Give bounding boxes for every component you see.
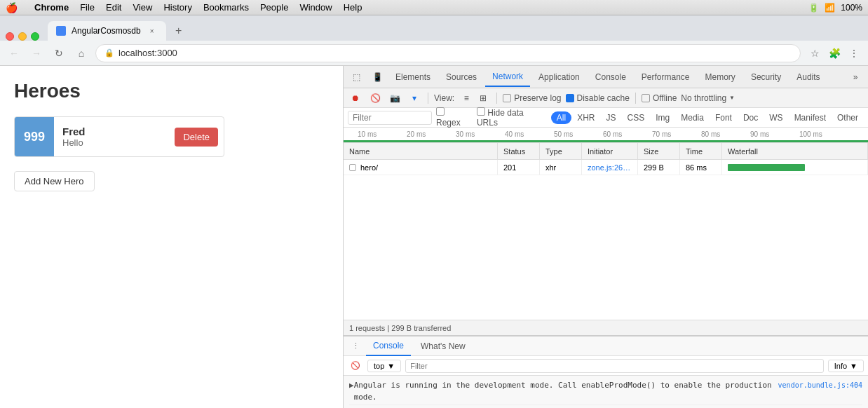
offline-checkbox[interactable] xyxy=(642,94,650,102)
col-header-name[interactable]: Name xyxy=(344,143,498,159)
console-scope-dropdown[interactable]: top ▼ xyxy=(367,360,401,372)
tab-audits[interactable]: Audits xyxy=(789,67,827,87)
menu-chrome[interactable]: Chrome xyxy=(34,2,69,13)
preserve-log-toggle[interactable]: Preserve log xyxy=(503,93,561,103)
url-bar[interactable]: 🔒 localhost:3000 xyxy=(95,44,801,62)
extension-icon[interactable]: 🧩 xyxy=(826,45,843,62)
delete-hero-button[interactable]: Delete xyxy=(175,128,218,147)
timeline-tick-30: 30 ms xyxy=(456,130,475,138)
filter-ws[interactable]: WS xyxy=(764,111,788,124)
preserve-log-checkbox[interactable] xyxy=(503,94,511,102)
timeline-tick-10: 10 ms xyxy=(358,130,377,138)
network-timeline: 10 ms 20 ms 30 ms 40 ms 50 ms 60 ms 70 m… xyxy=(344,128,868,143)
row-checkbox[interactable] xyxy=(349,164,356,171)
cell-name: hero/ xyxy=(344,160,498,175)
console-tab[interactable]: Console xyxy=(366,336,411,356)
col-header-waterfall[interactable]: Waterfall xyxy=(722,143,868,159)
menu-view[interactable]: View xyxy=(133,2,152,13)
settings-button[interactable]: ⋮ xyxy=(846,45,862,62)
menu-edit[interactable]: Edit xyxy=(106,2,121,13)
col-header-initiator[interactable]: Initiator xyxy=(582,143,638,159)
devtools-inspect-button[interactable]: ⬚ xyxy=(346,67,366,87)
col-header-status[interactable]: Status xyxy=(498,143,540,159)
tab-network[interactable]: Network xyxy=(485,67,530,87)
minimize-window-button[interactable] xyxy=(18,32,27,41)
filter-css[interactable]: CSS xyxy=(622,111,651,124)
tab-close-button[interactable]: × xyxy=(147,25,158,36)
tab-application[interactable]: Application xyxy=(531,67,587,87)
close-window-button[interactable] xyxy=(6,32,14,41)
filter-font[interactable]: Font xyxy=(710,111,738,124)
console-message-source[interactable]: vendor.bundle.js:404 xyxy=(778,380,862,403)
menu-window[interactable]: Window xyxy=(299,2,332,13)
cell-initiator[interactable]: zone.js:26… xyxy=(582,160,638,175)
wifi-icon: 📶 xyxy=(825,3,835,13)
table-row[interactable]: hero/ 201 xhr zone.js:26… 299 B 86 ms xyxy=(344,160,868,175)
menu-help[interactable]: Help xyxy=(344,2,362,13)
console-clear-button[interactable]: 🚫 xyxy=(348,358,363,374)
home-button[interactable]: ⌂ xyxy=(73,45,90,62)
throttle-label: No throttling xyxy=(681,93,726,103)
console-level-dropdown[interactable]: Info ▼ xyxy=(828,360,864,372)
network-filter-input[interactable] xyxy=(348,111,432,125)
menu-history[interactable]: History xyxy=(163,2,191,13)
reload-button[interactable]: ↻ xyxy=(50,45,67,62)
back-button[interactable]: ← xyxy=(6,45,22,62)
tab-elements[interactable]: Elements xyxy=(388,67,438,87)
list-view-button[interactable]: ≡ xyxy=(459,90,474,106)
hide-data-urls-checkbox[interactable] xyxy=(477,107,485,116)
group-view-button[interactable]: ⊞ xyxy=(475,90,491,106)
filter-button[interactable]: ▾ xyxy=(407,90,422,106)
lock-icon: 🔒 xyxy=(104,48,114,57)
console-drawer-menu-button[interactable]: ⋮ xyxy=(348,339,363,354)
filter-doc[interactable]: Doc xyxy=(738,111,764,124)
tab-console[interactable]: Console xyxy=(588,67,633,87)
tab-performance[interactable]: Performance xyxy=(635,67,697,87)
tab-security[interactable]: Security xyxy=(744,67,788,87)
console-filter-input[interactable] xyxy=(405,359,824,373)
console-message: ▶ Angular is running in the development … xyxy=(349,379,862,405)
regex-checkbox[interactable] xyxy=(436,107,445,116)
filter-js[interactable]: JS xyxy=(601,111,622,124)
cell-waterfall xyxy=(722,160,868,175)
table-body: hero/ 201 xhr zone.js:26… 299 B 86 ms xyxy=(344,160,868,320)
filter-manifest[interactable]: Manifest xyxy=(789,111,832,124)
capture-screenshots-button[interactable]: 📷 xyxy=(387,90,402,106)
new-tab-button[interactable]: + xyxy=(169,21,189,41)
menu-bar-right: 🔋 📶 100% xyxy=(808,3,862,13)
browser-tab[interactable]: AngularCosmosdb × xyxy=(48,21,166,41)
bookmark-button[interactable]: ☆ xyxy=(806,45,823,62)
console-level-text: Info xyxy=(834,362,847,370)
throttle-dropdown[interactable]: No throttling ▼ xyxy=(681,93,735,103)
type-filter-tabs: All XHR JS CSS Img Media Font Doc WS Man… xyxy=(551,111,864,124)
disable-cache-toggle[interactable]: Disable cache xyxy=(566,93,630,103)
maximize-window-button[interactable] xyxy=(31,32,39,41)
col-header-type[interactable]: Type xyxy=(540,143,582,159)
record-button[interactable]: ⏺ xyxy=(348,90,363,106)
disable-cache-checkbox[interactable] xyxy=(566,94,574,102)
clear-button[interactable]: 🚫 xyxy=(367,90,383,106)
toolbar-separator-3 xyxy=(635,93,636,104)
hide-data-urls-label[interactable]: Hide data URLs xyxy=(477,107,547,128)
console-expand-arrow[interactable]: ▶ xyxy=(349,380,354,403)
col-header-size[interactable]: Size xyxy=(638,143,680,159)
view-label: View: xyxy=(434,93,454,103)
tab-memory[interactable]: Memory xyxy=(698,67,742,87)
filter-xhr[interactable]: XHR xyxy=(571,111,600,124)
whats-new-tab[interactable]: What's New xyxy=(414,336,473,356)
regex-checkbox-label[interactable]: Regex xyxy=(436,107,471,128)
tab-sources[interactable]: Sources xyxy=(439,67,484,87)
filter-other[interactable]: Other xyxy=(832,111,864,124)
devtools-device-button[interactable]: 📱 xyxy=(367,67,387,87)
menu-bookmarks[interactable]: Bookmarks xyxy=(203,2,249,13)
forward-button[interactable]: → xyxy=(28,45,45,62)
filter-img[interactable]: Img xyxy=(650,111,675,124)
menu-people[interactable]: People xyxy=(260,2,288,13)
col-header-time[interactable]: Time xyxy=(680,143,722,159)
offline-toggle[interactable]: Offline xyxy=(642,93,677,103)
filter-media[interactable]: Media xyxy=(675,111,710,124)
filter-all[interactable]: All xyxy=(551,111,571,124)
menu-file[interactable]: File xyxy=(80,2,95,13)
add-hero-button[interactable]: Add New Hero xyxy=(14,171,95,191)
devtools-more-button[interactable]: » xyxy=(846,67,865,87)
